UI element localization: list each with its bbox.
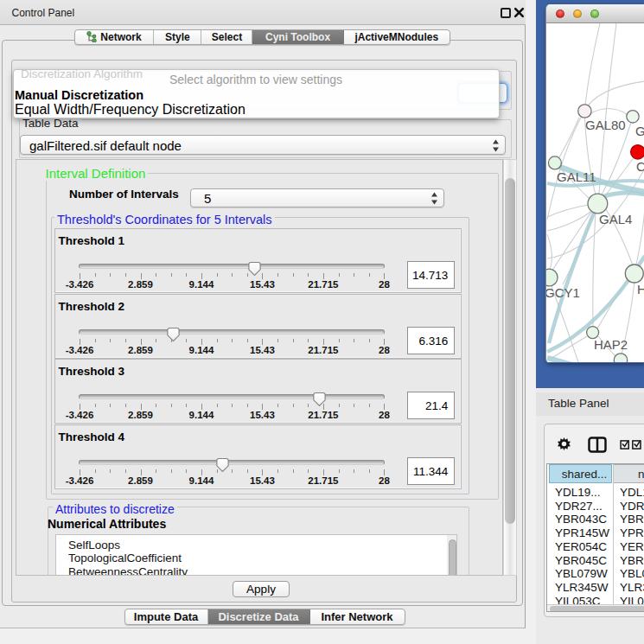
svg-text:GCY1: GCY1 (546, 285, 580, 300)
svg-text:GAL11: GAL11 (557, 169, 596, 184)
svg-text:GAL80: GAL80 (585, 118, 626, 132)
svg-text:HAP2: HAP2 (594, 337, 628, 352)
svg-text:H: H (637, 282, 644, 296)
svg-text:C: C (636, 159, 644, 174)
svg-text:GAL4: GAL4 (599, 212, 632, 226)
svg-text:GA: GA (635, 124, 644, 138)
